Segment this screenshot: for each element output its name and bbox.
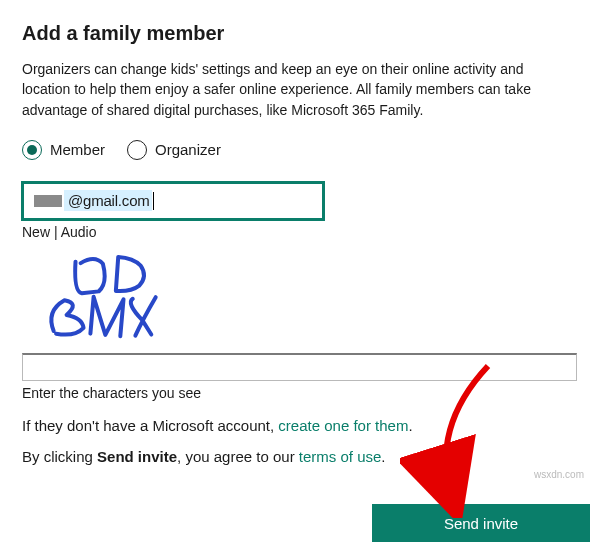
period2: . <box>381 448 385 465</box>
agree-bold: Send invite <box>97 448 177 465</box>
no-account-prefix: If they don't have a Microsoft account, <box>22 417 278 434</box>
email-value: @gmail.com <box>64 190 152 211</box>
role-radio-group: Member Organizer <box>22 140 568 160</box>
agree-line: By clicking Send invite, you agree to ou… <box>22 448 568 465</box>
agree-mid: , you agree to our <box>177 448 299 465</box>
organizer-label: Organizer <box>155 141 221 158</box>
organizer-radio[interactable]: Organizer <box>127 140 221 160</box>
description-text: Organizers can change kids' settings and… <box>22 59 568 120</box>
annotation-arrow-icon <box>400 358 520 518</box>
member-label: Member <box>50 141 105 158</box>
captcha-hint: Enter the characters you see <box>22 385 568 401</box>
captcha-input[interactable] <box>22 353 577 381</box>
redacted-block <box>34 195 62 207</box>
text-cursor-icon <box>153 192 154 210</box>
captcha-links[interactable]: New | Audio <box>22 224 568 240</box>
create-account-link[interactable]: create one for them <box>278 417 408 434</box>
terms-link[interactable]: terms of use <box>299 448 382 465</box>
watermark: wsxdn.com <box>534 469 584 480</box>
send-invite-button[interactable]: Send invite <box>372 504 590 542</box>
radio-icon <box>127 140 147 160</box>
agree-prefix: By clicking <box>22 448 97 465</box>
period: . <box>408 417 412 434</box>
member-radio[interactable]: Member <box>22 140 105 160</box>
no-account-line: If they don't have a Microsoft account, … <box>22 417 568 434</box>
page-title: Add a family member <box>22 22 568 45</box>
captcha-image <box>22 250 232 340</box>
radio-icon <box>22 140 42 160</box>
email-field[interactable]: @gmail.com <box>22 182 324 220</box>
